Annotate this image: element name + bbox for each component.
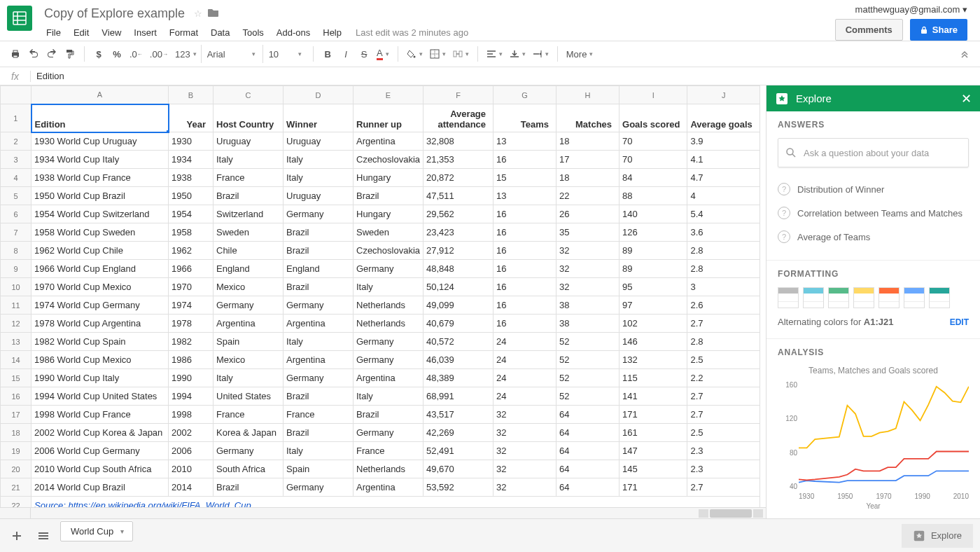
data-cell[interactable]: 140: [620, 205, 687, 223]
menu-addons[interactable]: Add-ons: [271, 25, 316, 41]
row-header[interactable]: 10: [1, 278, 31, 296]
last-edit-text[interactable]: Last edit was 2 minutes ago: [356, 27, 468, 38]
row-header[interactable]: 4: [1, 169, 31, 187]
data-cell[interactable]: 2014 World Cup Brazil: [31, 478, 169, 497]
data-cell[interactable]: 2.8: [687, 260, 760, 278]
ask-input[interactable]: Ask a question about your data: [778, 138, 969, 167]
data-cell[interactable]: 1938: [169, 169, 214, 187]
data-cell[interactable]: 2.5: [687, 424, 760, 442]
data-cell[interactable]: 2.8: [687, 333, 760, 351]
data-cell[interactable]: 20,872: [424, 169, 493, 187]
italic-icon[interactable]: I: [337, 45, 354, 63]
comments-button[interactable]: Comments: [835, 19, 903, 41]
row-header[interactable]: 15: [1, 369, 31, 387]
share-button[interactable]: Share: [910, 19, 967, 41]
data-cell[interactable]: 27,912: [424, 242, 493, 260]
data-cell[interactable]: Argentina: [214, 315, 284, 333]
data-cell[interactable]: 1990: [169, 369, 214, 387]
suggestion-3[interactable]: ?Average of Teams: [778, 225, 969, 249]
print-icon[interactable]: [7, 45, 24, 63]
data-cell[interactable]: Argentina: [284, 315, 354, 333]
data-cell[interactable]: 1986 World Cup Mexico: [31, 351, 169, 369]
data-cell[interactable]: Germany: [214, 296, 284, 315]
data-cell[interactable]: 4.1: [687, 151, 760, 169]
data-cell[interactable]: Germany: [214, 442, 284, 460]
header-cell[interactable]: Year: [169, 104, 214, 132]
data-cell[interactable]: South Africa: [214, 460, 284, 478]
data-cell[interactable]: 1930 World Cup Uruguay: [31, 132, 169, 151]
data-cell[interactable]: 1986: [169, 351, 214, 369]
data-cell[interactable]: 52,491: [424, 442, 493, 460]
data-cell[interactable]: Brazil: [284, 223, 354, 242]
data-cell[interactable]: Argentina: [354, 369, 424, 387]
data-cell[interactable]: Germany: [284, 296, 354, 315]
data-cell[interactable]: 1962 World Cup Chile: [31, 242, 169, 260]
data-cell[interactable]: 1998: [169, 406, 214, 424]
data-cell[interactable]: 16: [493, 242, 556, 260]
data-cell[interactable]: Germany: [354, 424, 424, 442]
data-cell[interactable]: Netherlands: [354, 460, 424, 478]
data-cell[interactable]: 2006: [169, 442, 214, 460]
data-cell[interactable]: 126: [620, 223, 687, 242]
increase-decimal-icon[interactable]: .00→: [147, 45, 171, 63]
data-cell[interactable]: 32: [556, 260, 620, 278]
data-cell[interactable]: Germany: [354, 351, 424, 369]
data-cell[interactable]: 16: [493, 223, 556, 242]
menu-help[interactable]: Help: [317, 25, 347, 41]
data-cell[interactable]: Mexico: [214, 278, 284, 296]
menu-edit[interactable]: Edit: [68, 25, 94, 41]
row-header[interactable]: 6: [1, 205, 31, 223]
data-cell[interactable]: 2.5: [687, 351, 760, 369]
data-cell[interactable]: 89: [620, 242, 687, 260]
menu-data[interactable]: Data: [205, 25, 235, 41]
data-cell[interactable]: 52: [556, 333, 620, 351]
data-cell[interactable]: 2.2: [687, 369, 760, 387]
data-cell[interactable]: Germany: [284, 369, 354, 387]
data-cell[interactable]: Germany: [354, 260, 424, 278]
currency-icon[interactable]: $: [90, 45, 107, 63]
data-cell[interactable]: 16: [493, 260, 556, 278]
header-cell[interactable]: Runner up: [354, 104, 424, 132]
data-cell[interactable]: 1970: [169, 278, 214, 296]
data-cell[interactable]: 1934 World Cup Italy: [31, 151, 169, 169]
data-cell[interactable]: 1966: [169, 260, 214, 278]
row-header[interactable]: 12: [1, 315, 31, 333]
data-cell[interactable]: 1954 World Cup Switzerland: [31, 205, 169, 223]
data-cell[interactable]: Italy: [214, 369, 284, 387]
data-cell[interactable]: 16: [493, 278, 556, 296]
strikethrough-icon[interactable]: S: [356, 45, 372, 63]
data-cell[interactable]: 1930: [169, 132, 214, 151]
edit-link[interactable]: EDIT: [950, 317, 969, 327]
data-cell[interactable]: Spain: [214, 333, 284, 351]
data-cell[interactable]: 49,099: [424, 296, 493, 315]
data-cell[interactable]: 3: [687, 278, 760, 296]
data-cell[interactable]: 89: [620, 260, 687, 278]
data-cell[interactable]: 26: [556, 205, 620, 223]
data-cell[interactable]: Hungary: [354, 169, 424, 187]
data-cell[interactable]: 1974 World Cup Germany: [31, 296, 169, 315]
all-sheets-button[interactable]: [34, 526, 53, 546]
folder-icon[interactable]: [208, 8, 219, 20]
data-cell[interactable]: Sweden: [214, 223, 284, 242]
data-cell[interactable]: 29,562: [424, 205, 493, 223]
data-cell[interactable]: Brazil: [284, 278, 354, 296]
data-cell[interactable]: 16: [493, 315, 556, 333]
data-cell[interactable]: England: [284, 260, 354, 278]
col-header[interactable]: G: [493, 86, 556, 104]
data-cell[interactable]: Brazil: [284, 424, 354, 442]
data-cell[interactable]: Germany: [354, 333, 424, 351]
data-cell[interactable]: Netherlands: [354, 296, 424, 315]
data-cell[interactable]: 1974: [169, 296, 214, 315]
data-cell[interactable]: 32: [493, 406, 556, 424]
source-cell[interactable]: Source: https://en.wikipedia.org/wiki/FI…: [31, 497, 760, 508]
col-header[interactable]: H: [556, 86, 620, 104]
data-cell[interactable]: 13: [493, 132, 556, 151]
format-swatch[interactable]: [803, 287, 824, 308]
data-cell[interactable]: Czechoslovakia: [354, 151, 424, 169]
data-cell[interactable]: 32: [556, 242, 620, 260]
data-cell[interactable]: 43,517: [424, 406, 493, 424]
explore-button[interactable]: Explore: [902, 524, 973, 548]
bold-icon[interactable]: B: [319, 45, 336, 63]
data-cell[interactable]: 49,670: [424, 460, 493, 478]
data-cell[interactable]: Spain: [284, 460, 354, 478]
